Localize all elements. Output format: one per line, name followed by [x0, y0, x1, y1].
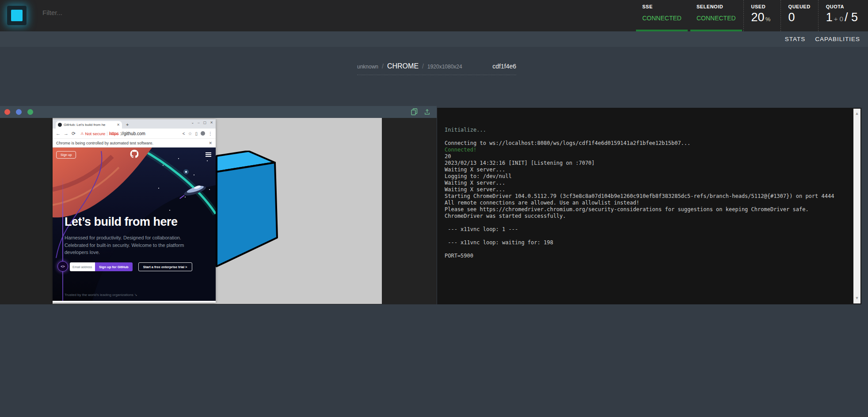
separator: /	[382, 63, 384, 70]
browser-tabstrip: GitHub: Let’s build from he ✕ + ⌄ – ▢ ✕	[53, 119, 216, 129]
log-scrollbar[interactable]: ▲ ▼	[853, 109, 860, 303]
automation-infobar: Chrome is being controlled by automated …	[53, 139, 216, 148]
back-icon[interactable]: ←	[56, 131, 61, 136]
selenoid-ui: SSE CONNECTED SELENOID CONNECTED USED 20…	[0, 0, 868, 417]
log-line: ChromeDriver was started successfully.	[445, 213, 846, 220]
github-favicon	[58, 123, 62, 127]
log-line	[445, 133, 846, 140]
new-tab-icon[interactable]: +	[126, 122, 129, 127]
automation-notice: Chrome is being controlled by automated …	[56, 141, 153, 145]
vnc-canvas[interactable]: GitHub: Let’s build from he ✕ + ⌄ – ▢ ✕ …	[0, 118, 437, 304]
github-signup-button[interactable]: Sign up	[56, 151, 76, 159]
stat-used: USED 20%	[743, 0, 780, 31]
close-icon[interactable]: ✕	[210, 121, 213, 125]
purple-accent-line	[62, 177, 63, 301]
tab-capabilities[interactable]: CAPABILITIES	[815, 36, 860, 42]
app-logo[interactable]	[7, 6, 27, 25]
security-warning-icon: ⚠	[80, 132, 84, 136]
bookmark-star-icon[interactable]: ☆	[188, 131, 192, 136]
log-line: All remote connections are allowed. Use …	[445, 200, 846, 206]
log-line: Starting ChromeDriver 104.0.5112.79 (3cf…	[445, 193, 846, 200]
url-field[interactable]: ⚠ Not secure | https ://github.com	[80, 131, 179, 136]
used-unit: %	[765, 16, 771, 23]
url-scheme: https	[109, 131, 119, 136]
maximize-icon[interactable]: ▢	[203, 121, 207, 125]
session-user: unknown	[357, 64, 378, 70]
log-line: Connecting to ws://localhost:8080/ws/log…	[445, 140, 846, 147]
log-line	[445, 220, 846, 226]
copy-icon[interactable]	[411, 108, 418, 117]
top-bar: SSE CONNECTED SELENOID CONNECTED USED 20…	[0, 0, 868, 31]
log-line: --- x11vnc loop: 1 ---	[445, 226, 846, 233]
session-resolution: 1920x1080x24	[427, 64, 462, 70]
vnc-toolbar	[411, 108, 430, 117]
window-maximize-dot[interactable]	[27, 109, 33, 115]
log-line: 2023/02/13 14:32:16 [INIT] [Listening on…	[445, 160, 846, 167]
window-minimize-dot[interactable]	[16, 109, 22, 115]
tab-stats[interactable]: STATS	[785, 36, 806, 42]
reload-icon[interactable]: ⟳	[72, 131, 76, 136]
browser-addressbar: ← → ⟳ ⚠ Not secure | https ://github.com…	[53, 129, 216, 139]
selenoid-status: CONNECTED	[697, 15, 736, 22]
infobar-close-icon[interactable]: ✕	[209, 141, 212, 145]
share-icon[interactable]: <	[183, 131, 185, 136]
remote-desktop[interactable]: GitHub: Let’s build from he ✕ + ⌄ – ▢ ✕ …	[53, 118, 382, 304]
filter-input[interactable]	[42, 9, 210, 16]
stat-sse: SSE CONNECTED	[635, 0, 689, 31]
stat-label: SSE	[642, 4, 681, 9]
hamburger-menu-icon[interactable]	[206, 152, 211, 158]
log-line: 20	[445, 153, 846, 160]
log-line: --- x11vnc loop: waiting for: 198	[445, 239, 846, 246]
log-line: Waiting X server...	[445, 167, 846, 173]
scroll-up-icon[interactable]: ▲	[853, 110, 860, 117]
session-info: unknown / CHROME / 1920x1080x24	[357, 62, 462, 70]
window-close-dot[interactable]	[4, 109, 10, 115]
remote-browser-window: GitHub: Let’s build from he ✕ + ⌄ – ▢ ✕ …	[53, 119, 216, 303]
hero-title: Let’s build from here	[65, 215, 178, 229]
email-field[interactable]	[70, 262, 95, 271]
side-panel-icon[interactable]: ▯	[195, 131, 198, 136]
nav-tabs: STATS CAPABILITIES	[0, 31, 868, 47]
vnc-titlebar	[0, 106, 437, 118]
hero-cta-row: Sign up for GitHub Start a free enterpri…	[70, 262, 192, 271]
signup-for-github-button[interactable]: Sign up for GitHub	[95, 262, 133, 271]
vnc-panel: GitHub: Let’s build from he ✕ + ⌄ – ▢ ✕ …	[0, 106, 437, 304]
stat-quota: QUOTA 1+ 0/ 5	[818, 0, 865, 31]
hero-body: Harnessed for productivity. Designed for…	[65, 234, 201, 256]
url-host: ://github.com	[120, 131, 145, 136]
log-line: Waiting X server...	[445, 180, 846, 186]
session-id: cdf1f4e6	[492, 63, 516, 70]
github-octocat-icon[interactable]	[130, 150, 138, 160]
separator: /	[422, 63, 424, 70]
quota-total: / 5	[845, 11, 858, 24]
log-lines: Initialize... Connecting to ws://localho…	[445, 127, 846, 259]
log-line: Logging to: /dev/null	[445, 173, 846, 180]
stat-label: USED	[751, 4, 773, 9]
tab-close-icon[interactable]: ✕	[117, 123, 120, 127]
quota-value: 1+ 0/ 5	[826, 11, 858, 24]
status-panel: SSE CONNECTED SELENOID CONNECTED USED 20…	[635, 0, 865, 31]
sse-status: CONNECTED	[642, 15, 681, 22]
minimize-icon[interactable]: –	[198, 121, 199, 125]
profile-avatar[interactable]	[201, 131, 205, 136]
session-row[interactable]: unknown / CHROME / 1920x1080x24 cdf1f4e6	[357, 57, 516, 75]
scroll-down-icon[interactable]: ▼	[853, 295, 860, 302]
webgl-cube	[216, 151, 286, 270]
queued-value: 0	[788, 11, 811, 24]
log-line: Initialize...	[445, 127, 846, 133]
browser-tab-title: GitHub: Let’s build from he	[64, 123, 115, 127]
log-line: Waiting X server...	[445, 186, 846, 193]
menu-more-icon[interactable]: ⋮	[208, 131, 213, 136]
chevron-down-icon[interactable]: ⌄	[191, 121, 194, 125]
url-divider: |	[107, 131, 108, 136]
session-browser: CHROME	[387, 62, 419, 70]
browser-tab[interactable]: GitHub: Let’s build from he ✕	[56, 121, 122, 129]
logo-square-icon	[11, 10, 23, 21]
window-controls: ⌄ – ▢ ✕	[191, 121, 213, 125]
log-line	[445, 233, 846, 239]
stat-label: SELENOID	[697, 4, 736, 9]
forward-icon[interactable]: →	[64, 131, 69, 136]
enterprise-trial-button[interactable]: Start a free enterprise trial >	[138, 262, 192, 271]
upload-icon[interactable]	[424, 108, 430, 117]
log-line: Please see https://chromedriver.chromium…	[445, 206, 846, 213]
